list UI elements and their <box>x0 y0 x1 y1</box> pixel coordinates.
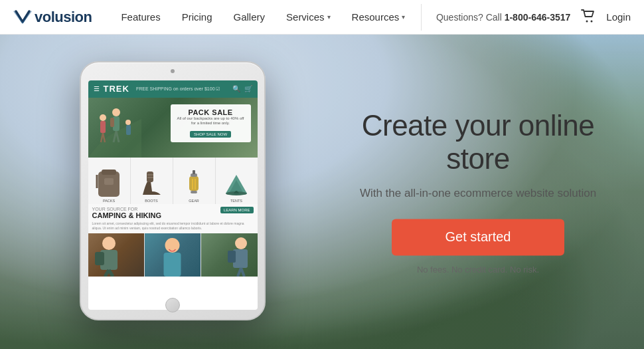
phone-label: Questions? Call 1-800-646-3517 <box>436 12 570 23</box>
svg-point-11 <box>125 120 131 125</box>
svg-line-38 <box>241 268 244 277</box>
nav-resources[interactable]: Resources ▾ <box>343 7 415 27</box>
phone-number: 1-800-646-3517 <box>505 12 571 23</box>
login-button[interactable]: Login <box>606 11 631 23</box>
tablet-home-button <box>165 298 180 312</box>
svg-rect-12 <box>126 125 131 135</box>
svg-point-0 <box>586 20 588 22</box>
tablet-screen: ☰ TREK FREE SHIPPING on orders over $100… <box>88 80 258 310</box>
svg-rect-14 <box>102 170 116 175</box>
svg-rect-4 <box>110 118 114 127</box>
trek-photo-2 <box>145 233 201 277</box>
trek-pack-sale-sub: All of our backpacks are up to 40% offfo… <box>177 116 244 127</box>
svg-point-7 <box>100 114 106 121</box>
chevron-down-icon: ▾ <box>327 13 331 21</box>
boots-img <box>137 168 165 198</box>
header-divider <box>421 4 422 31</box>
trek-search-icon: 🔍 <box>232 85 240 92</box>
tents-img <box>222 168 250 198</box>
svg-rect-22 <box>193 170 195 174</box>
trek-shop-sale-button: SHOP SALE NOW <box>190 131 231 138</box>
trek-menu-icon: ☰ <box>94 85 100 92</box>
trek-description: Lorem sit amet, consectetur adipiscing e… <box>92 221 254 231</box>
tablet-mockup: ☰ TREK FREE SHIPPING on orders over $100… <box>80 61 266 327</box>
trek-banner-people-svg <box>88 99 141 158</box>
trek-bottom-section: YOUR SOURCE FOR CAMPING & HIKING LEARN M… <box>88 204 258 233</box>
trek-product-tents: TENTS <box>216 158 258 204</box>
trek-product-grid: PACKS BOOTS <box>88 158 258 204</box>
chevron-down-icon: ▾ <box>402 13 405 21</box>
nav-gallery[interactable]: Gallery <box>224 7 275 27</box>
trek-pack-sale-box: PACK SALE All of our backpacks are up to… <box>171 104 251 143</box>
hero-subtitle: With the all-in-one ecommerce website so… <box>352 187 604 200</box>
svg-rect-20 <box>189 176 199 191</box>
nav-pricing[interactable]: Pricing <box>173 7 222 27</box>
trek-product-boots: BOOTS <box>131 158 173 204</box>
trek-photo-row <box>88 233 258 277</box>
no-fees-text: No fees. No credit card. No risk. <box>352 265 604 275</box>
cart-icon[interactable] <box>581 9 596 25</box>
trek-label-tents: TENTS <box>230 199 242 203</box>
trek-logo: TREK <box>104 84 129 94</box>
svg-point-32 <box>165 238 179 253</box>
trek-label-packs: PACKS <box>103 199 115 203</box>
volusion-logo-icon <box>13 10 32 25</box>
tablet-frame: ☰ TREK FREE SHIPPING on orders over $100… <box>80 61 266 320</box>
packs-img <box>95 168 123 198</box>
svg-rect-33 <box>163 253 181 277</box>
trek-label-boots: BOOTS <box>145 199 157 203</box>
svg-point-27 <box>102 237 116 250</box>
svg-rect-8 <box>100 121 106 133</box>
main-nav: Features Pricing Gallery Services ▾ Reso… <box>112 7 414 27</box>
logo[interactable]: volusion <box>13 9 92 26</box>
trek-learn-more-button: LEARN MORE <box>220 207 254 213</box>
svg-rect-36 <box>228 251 236 263</box>
header-right: Questions? Call 1-800-646-3517 Login <box>436 9 631 25</box>
svg-point-1 <box>591 20 593 22</box>
trek-pack-sale-title: PACK SALE <box>177 108 244 116</box>
trek-banner: PACK SALE All of our backpacks are up to… <box>88 98 258 158</box>
hero-title: Create your online store <box>352 109 604 176</box>
site-header: volusion Features Pricing Gallery Servic… <box>0 0 644 35</box>
logo-text: volusion <box>35 9 92 26</box>
svg-rect-15 <box>104 178 114 185</box>
hero-content: Create your online store With the all-in… <box>352 109 604 275</box>
nav-features[interactable]: Features <box>112 7 169 27</box>
hero-section: ☰ TREK FREE SHIPPING on orders over $100… <box>0 35 644 349</box>
trek-camping-title: CAMPING & HIKING <box>92 211 162 220</box>
trek-tagline: FREE SHIPPING on orders over $100 ☑ <box>136 86 228 92</box>
trek-label-gear: GEAR <box>189 199 199 203</box>
svg-rect-23 <box>191 191 197 193</box>
trek-source-label: YOUR SOURCE FOR <box>92 207 162 211</box>
trek-photo-3 <box>201 233 257 277</box>
trek-site-header: ☰ TREK FREE SHIPPING on orders over $100… <box>88 80 258 98</box>
svg-point-2 <box>112 108 120 116</box>
trek-product-gear: GEAR <box>173 158 215 204</box>
get-started-button[interactable]: Get started <box>392 219 564 255</box>
svg-line-31 <box>109 270 113 277</box>
trek-cart-icon: 🛒 <box>244 85 252 92</box>
svg-rect-17 <box>147 172 153 182</box>
nav-services[interactable]: Services ▾ <box>277 7 340 27</box>
tablet-camera <box>171 69 175 73</box>
svg-point-34 <box>235 237 247 249</box>
trek-nav-icons: 🔍 🛒 <box>232 85 252 92</box>
svg-rect-29 <box>95 252 104 265</box>
gear-img <box>180 168 208 198</box>
trek-photo-1 <box>88 233 144 277</box>
trek-product-packs: PACKS <box>88 158 130 204</box>
